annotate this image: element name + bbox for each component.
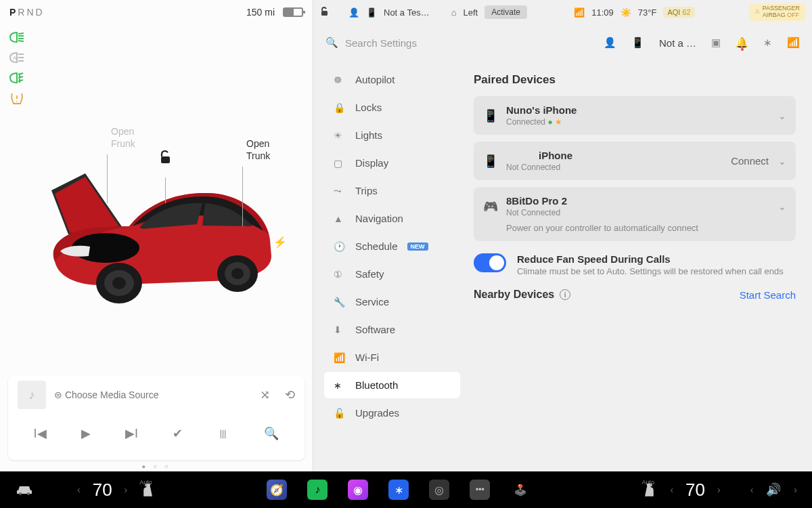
temp-down-left[interactable]: ‹ (74, 484, 83, 495)
device-hint: Power on your controller to automaticall… (483, 223, 786, 233)
unlock-icon[interactable] (160, 150, 172, 167)
previous-track-icon[interactable]: I◀ (34, 426, 47, 441)
phone-icon: 📱 (366, 7, 377, 18)
svg-rect-9 (321, 11, 328, 16)
search-icon: 🔍 (325, 37, 338, 49)
spotify-app-icon[interactable]: ♪ (307, 480, 328, 500)
start-search-button[interactable]: Start Search (740, 289, 796, 301)
status-bar: 👤 📱 Not a Tes… ⌂ Left Activate 📶 11:09 ☀… (313, 0, 812, 24)
media-source-button[interactable]: ⊜ Choose Media Source (54, 389, 245, 400)
device-card-8bitdo[interactable]: 🎮 8BitDo Pro 2 Not Connected ⌄ Power on … (474, 187, 796, 241)
nav-display[interactable]: ▢Display (324, 150, 460, 176)
media-player-card: ♪ ⊜ Choose Media Source ⤨ ⟲ I◀ ▶ ▶I ✔ ⫼ … (8, 376, 304, 460)
paired-devices-title: Paired Devices (474, 73, 796, 87)
lights-icon: ☀ (334, 130, 346, 141)
aqi-badge[interactable]: AQI 62 (663, 7, 694, 18)
search-icon[interactable]: 🔍 (264, 426, 279, 441)
equalizer-icon[interactable]: ⫼ (217, 427, 229, 441)
nav-service[interactable]: 🔧Service (324, 289, 460, 315)
nearby-devices-title: Nearby Devices (474, 289, 554, 301)
service-icon: 🔧 (334, 297, 346, 308)
user-icon[interactable]: 👤 (604, 37, 616, 49)
nav-safety[interactable]: ①Safety (324, 261, 460, 287)
temp-up-right[interactable]: › (715, 484, 723, 495)
nav-navigation[interactable]: ▲Navigation (324, 205, 460, 232)
nav-trips[interactable]: ⤳Trips (324, 177, 460, 204)
nav-lights[interactable]: ☀Lights (324, 122, 460, 148)
settings-panel: 👤 📱 Not a Tes… ⌂ Left Activate 📶 11:09 ☀… (313, 0, 812, 471)
profile-name[interactable]: Not a Tes… (384, 7, 430, 18)
weather-icon[interactable]: ☀️ (621, 7, 631, 18)
repeat-icon[interactable]: ⟲ (285, 387, 295, 402)
trips-icon: ⤳ (334, 186, 346, 196)
software-icon: ⬇ (334, 324, 346, 335)
reduce-fan-toggle[interactable] (474, 253, 506, 272)
wifi-status-icon[interactable]: 📶 (574, 7, 585, 18)
charge-bolt-icon: ⚡ (273, 236, 287, 249)
frunk-label[interactable]: Open Frunk (111, 126, 135, 150)
play-icon[interactable]: ▶ (81, 426, 91, 441)
left-top-status: PRND 150 mi (0, 0, 313, 24)
temp-right[interactable]: 70 (681, 480, 709, 501)
reduce-fan-toggle-row: Reduce Fan Speed During Calls Climate mu… (474, 253, 796, 276)
wifi-icon[interactable]: 📶 (787, 37, 800, 49)
nav-wifi[interactable]: 📶Wi-Fi (324, 344, 460, 371)
svg-rect-1 (161, 156, 170, 163)
temp-left[interactable]: 70 (89, 480, 116, 501)
phone-icon: 📱 (483, 154, 497, 169)
podcasts-app-icon[interactable]: ◉ (348, 480, 368, 500)
phone-icon: 📱 (631, 37, 644, 49)
volume-icon[interactable]: 🔊 (761, 478, 786, 502)
camera-app-icon[interactable]: ◎ (429, 480, 449, 500)
device-card-iphone[interactable]: 📱 iPhone Not Connected Connect ⌄ (474, 142, 796, 180)
gamepad-icon: 🎮 (483, 199, 497, 214)
temp-down-right[interactable]: ‹ (667, 484, 676, 495)
lock-status-icon[interactable] (320, 7, 330, 18)
bluetooth-icon: ∗ (334, 380, 346, 391)
chevron-down-icon: ⌄ (778, 156, 786, 167)
shuffle-icon[interactable]: ⤨ (260, 387, 270, 402)
next-track-icon[interactable]: ▶I (125, 426, 138, 441)
nav-locks[interactable]: 🔒Locks (324, 94, 460, 121)
steering-wheel-icon: ☸ (334, 75, 346, 85)
upgrades-icon: 🔓 (334, 408, 346, 419)
trunk-label[interactable]: Open Trunk (246, 138, 270, 162)
more-apps-icon[interactable]: ••• (470, 480, 490, 500)
clock: 11:09 (591, 7, 614, 18)
music-note-icon[interactable]: ♪ (18, 381, 46, 409)
user-icon[interactable]: 👤 (348, 7, 359, 18)
chevron-down-icon: ⌄ (778, 110, 786, 121)
connect-button[interactable]: Connect (731, 155, 769, 167)
vol-down[interactable]: ‹ (748, 484, 757, 495)
bluetooth-app-icon[interactable]: ∗ (388, 480, 409, 500)
nav-schedule[interactable]: 🕐ScheduleNEW (324, 233, 460, 259)
homelink-icon[interactable]: ⌂ (451, 7, 457, 18)
temp-up-left[interactable]: › (122, 484, 131, 495)
device-card-nuno-iphone[interactable]: 📱 Nuno's iPhone Connected ● ★ ⌄ (474, 96, 796, 135)
vol-up[interactable]: › (791, 484, 800, 495)
lock-icon: 🔒 (334, 102, 346, 113)
search-settings-input[interactable]: 🔍 Search Settings (325, 37, 594, 49)
car-visualization[interactable]: Open Frunk Open Trunk ⚡ (0, 24, 313, 376)
airbag-badge: ⚠ PASSENGERAIRBAG OFF (749, 3, 805, 21)
nav-upgrades[interactable]: 🔓Upgrades (324, 400, 460, 426)
svg-point-5 (112, 277, 126, 289)
chevron-down-icon: ⌄ (778, 201, 786, 212)
nav-app-icon[interactable]: 🧭 (267, 480, 287, 500)
page-dots[interactable]: ● ○ ○ (0, 460, 313, 471)
car-icon[interactable] (12, 478, 37, 502)
activate-button[interactable]: Activate (484, 5, 527, 19)
joystick-app-icon[interactable]: 🕹️ (510, 480, 531, 500)
settings-header: 🔍 Search Settings 👤 📱 Not a … ▣ 🔔 ∗ 📶 (313, 24, 812, 61)
nav-software[interactable]: ⬇Software (324, 316, 460, 343)
check-icon[interactable]: ✔ (173, 426, 183, 441)
info-icon[interactable]: i (560, 289, 570, 300)
settings-nav: ☸Autopilot 🔒Locks ☀Lights ▢Display ⤳Trip… (313, 61, 466, 471)
notifications-icon[interactable]: 🔔 (736, 37, 748, 49)
safety-icon: ① (334, 269, 346, 280)
dashcam-icon[interactable]: ▣ (711, 37, 721, 49)
nav-autopilot[interactable]: ☸Autopilot (324, 66, 460, 93)
bluetooth-icon[interactable]: ∗ (763, 37, 772, 49)
nav-bluetooth[interactable]: ∗Bluetooth (324, 372, 460, 398)
header-profile-name[interactable]: Not a … (659, 37, 696, 49)
